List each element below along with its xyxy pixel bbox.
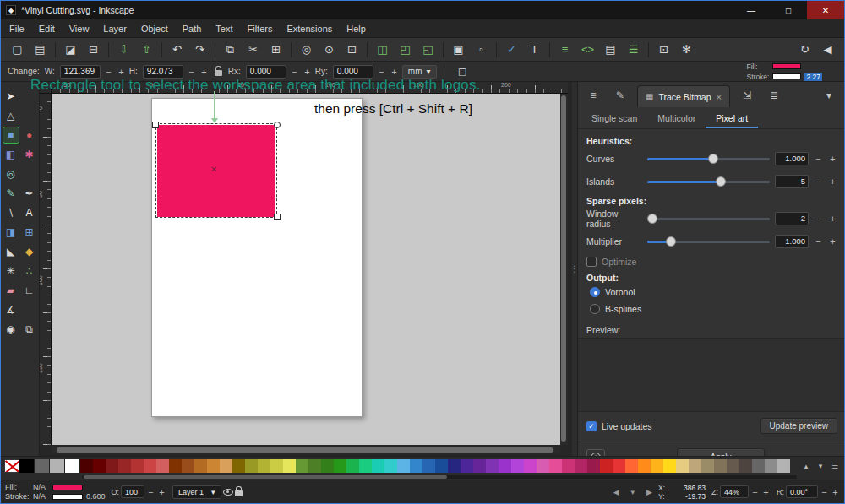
minimize-button[interactable]: — bbox=[733, 1, 770, 19]
palette-swatch[interactable] bbox=[689, 459, 701, 473]
window-radius-slider[interactable] bbox=[647, 213, 770, 225]
tab-multicolor[interactable]: Multicolor bbox=[647, 107, 706, 128]
palette-swatch[interactable] bbox=[486, 459, 499, 473]
palette-swatch[interactable] bbox=[676, 459, 689, 473]
width-decrement-button[interactable]: − bbox=[104, 67, 113, 77]
export-icon[interactable]: ⇧ bbox=[135, 41, 158, 59]
palette-swatch[interactable] bbox=[739, 459, 752, 473]
window-radius-decrement-button[interactable]: − bbox=[814, 214, 823, 224]
optimize-checkbox[interactable] bbox=[586, 257, 597, 267]
ruler-v[interactable]: 050100150200 bbox=[40, 94, 52, 445]
ry-decrement-button[interactable]: − bbox=[377, 67, 386, 77]
palette-swatch[interactable] bbox=[19, 459, 35, 473]
palette-swatch[interactable] bbox=[397, 459, 410, 473]
palette-swatch[interactable] bbox=[410, 459, 422, 473]
palette-swatch[interactable] bbox=[714, 459, 727, 473]
opacity-increment-button[interactable]: + bbox=[157, 487, 166, 497]
horizontal-scrollbar[interactable] bbox=[52, 447, 560, 453]
window-radius-value[interactable]: 2 bbox=[775, 212, 809, 225]
resize-handle-bottom-right[interactable] bbox=[274, 214, 281, 220]
nav-chevron-icon[interactable]: ▾ bbox=[631, 488, 635, 496]
snap-toggle-icon[interactable]: ↻ bbox=[793, 41, 816, 59]
objects-dialog-icon[interactable]: ☰ bbox=[622, 41, 645, 59]
palette-swatch[interactable] bbox=[587, 459, 600, 473]
tab-single-scan[interactable]: Single scan bbox=[581, 107, 647, 128]
save-icon[interactable]: ◪ bbox=[59, 41, 82, 59]
palette-swatch[interactable] bbox=[435, 459, 448, 473]
document-properties-icon[interactable]: ⊡ bbox=[652, 41, 675, 59]
palette-swatch[interactable] bbox=[232, 459, 245, 473]
new-document-icon[interactable]: ▢ bbox=[6, 41, 29, 59]
multiplier-value[interactable]: 1.000 bbox=[775, 235, 809, 248]
box3d-tool[interactable]: ◧ bbox=[3, 146, 19, 163]
curves-increment-button[interactable]: + bbox=[828, 154, 837, 164]
spiral-tool[interactable]: ◎ bbox=[3, 165, 19, 182]
tab-pixel-art[interactable]: Pixel art bbox=[706, 107, 758, 128]
menu-edit[interactable]: Edit bbox=[39, 24, 55, 34]
fill-stroke-indicator[interactable]: Fill: Stroke: 2.27 bbox=[747, 62, 822, 81]
close-button[interactable]: ✕ bbox=[807, 1, 844, 19]
palette-swatch[interactable] bbox=[131, 459, 144, 473]
unlink-clone-icon[interactable]: ◱ bbox=[417, 41, 439, 59]
opacity-input[interactable]: 100 bbox=[121, 485, 144, 498]
menu-layer[interactable]: Layer bbox=[103, 24, 127, 34]
live-updates-checkbox[interactable]: ✓ bbox=[586, 421, 597, 431]
fill-stroke-status[interactable]: Fill: N/A Stroke: N/A 0.600 bbox=[5, 483, 106, 501]
palette-swatch[interactable] bbox=[296, 459, 308, 473]
zoom-page-icon[interactable]: ⊡ bbox=[341, 41, 363, 59]
vertical-scrollbar-thumb[interactable] bbox=[561, 95, 566, 442]
palette-swatch[interactable] bbox=[35, 459, 50, 473]
paste-icon[interactable]: ⊞ bbox=[264, 41, 287, 59]
palette-swatch[interactable] bbox=[118, 459, 131, 473]
palette-swatch[interactable] bbox=[106, 459, 118, 473]
palette-swatch[interactable] bbox=[321, 459, 334, 473]
palette-swatch[interactable] bbox=[207, 459, 220, 473]
width-increment-button[interactable]: + bbox=[117, 67, 126, 77]
rotation-decrement-button[interactable]: − bbox=[820, 487, 829, 497]
objects-panel-icon[interactable]: ≡ bbox=[583, 85, 603, 106]
indicator-stroke-swatch[interactable] bbox=[772, 73, 801, 79]
calligraphy-tool[interactable]: ∖ bbox=[3, 204, 19, 221]
palette-swatch[interactable] bbox=[50, 459, 65, 473]
rotation-center-icon[interactable]: ✕ bbox=[210, 165, 217, 174]
palette-swatch[interactable] bbox=[752, 459, 765, 473]
title-bar[interactable]: ◆ *Vinyl Cutting.svg - Inkscape — □ ✕ bbox=[1, 1, 844, 19]
trace-bitmap-tab[interactable]: ▦ Trace Bitmap × bbox=[637, 85, 730, 107]
palette-swatch[interactable] bbox=[638, 459, 651, 473]
islands-slider[interactable] bbox=[647, 176, 770, 187]
vertical-scrollbar[interactable] bbox=[560, 94, 568, 445]
import-icon[interactable]: ⇩ bbox=[112, 41, 135, 59]
pencil-tool[interactable]: ✎ bbox=[3, 185, 19, 202]
zoom-input[interactable]: 44% bbox=[720, 485, 749, 498]
palette-down-icon[interactable]: ▾ bbox=[815, 459, 826, 473]
palette-swatch[interactable] bbox=[80, 459, 93, 473]
palette-up-icon[interactable]: ▴ bbox=[800, 459, 812, 473]
text-tool[interactable]: A bbox=[21, 204, 38, 221]
rx-increment-button[interactable]: + bbox=[303, 67, 312, 77]
palette-swatch[interactable] bbox=[346, 459, 359, 473]
slider-knob[interactable] bbox=[666, 236, 676, 247]
palette-swatch[interactable] bbox=[511, 459, 524, 473]
palette-swatch[interactable] bbox=[613, 459, 625, 473]
preferences-icon[interactable]: ✻ bbox=[675, 41, 698, 59]
ellipse-tool[interactable]: ● bbox=[21, 127, 38, 144]
swatches-panel-icon[interactable]: ≣ bbox=[764, 85, 784, 106]
mesh-tool[interactable]: ⊞ bbox=[21, 224, 38, 241]
group-icon[interactable]: ▣ bbox=[447, 41, 470, 59]
eraser-tool[interactable]: ▰ bbox=[3, 282, 19, 299]
palette-swatch[interactable] bbox=[334, 459, 346, 473]
palette-swatch[interactable] bbox=[308, 459, 321, 473]
height-decrement-button[interactable]: − bbox=[187, 67, 196, 77]
islands-value[interactable]: 5 bbox=[775, 175, 809, 188]
canvas-viewport[interactable]: ✕ bbox=[52, 94, 560, 445]
palette-swatch[interactable] bbox=[625, 459, 638, 473]
opacity-decrement-button[interactable]: − bbox=[146, 487, 155, 497]
palette-swatch[interactable] bbox=[65, 459, 80, 473]
close-tab-icon[interactable]: × bbox=[717, 92, 722, 102]
islands-decrement-button[interactable]: − bbox=[814, 176, 823, 187]
connector-tool[interactable]: ∟ bbox=[21, 282, 38, 299]
layers-dialog-icon[interactable]: ▤ bbox=[599, 41, 622, 59]
menu-text[interactable]: Text bbox=[215, 24, 232, 34]
multiplier-increment-button[interactable]: + bbox=[828, 236, 837, 247]
slider-knob[interactable] bbox=[647, 214, 657, 224]
